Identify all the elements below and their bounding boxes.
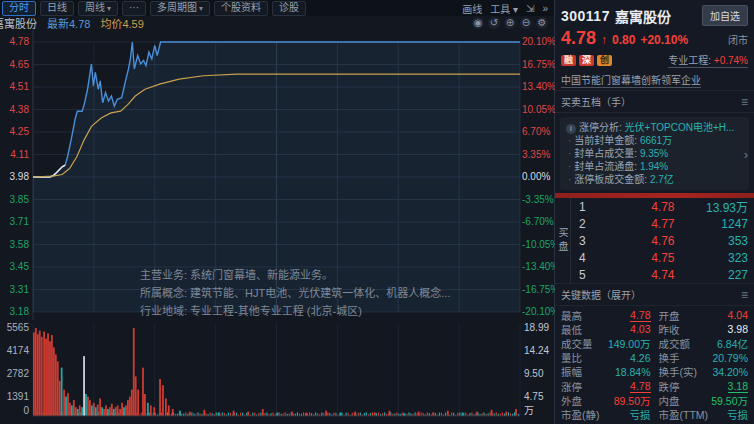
company-tagline[interactable]: 中国节能门窗幕墙创新领军企业 [555, 71, 754, 91]
buy-side-label: 买盘 [555, 198, 571, 283]
stock-name: 嘉寓股份 [615, 6, 671, 26]
percent-axis-label: 3.35% [522, 150, 555, 160]
price-axis-label: 4.51 [0, 82, 29, 92]
price-axis-label: 4.11 [0, 150, 29, 160]
tools-button[interactable]: 工具 ▾ [490, 1, 518, 16]
volume-amount-axis-label: 18.99 [524, 323, 554, 333]
up-arrow-icon: ↑ [601, 33, 607, 47]
period-tabs: 分时日线周线▾···多周期图▾个股资料诊股 [2, 1, 306, 16]
price-axis-label: 4.78 [0, 37, 29, 47]
key-data-外盘: 外盘89.50万 [561, 393, 651, 408]
legend-average-price: 均价4.59 [100, 15, 143, 31]
draw-line-button[interactable]: 画线 [462, 1, 482, 16]
tab-个股资料[interactable]: 个股资料 [214, 1, 268, 16]
percent-axis-label: 13.40% [522, 82, 555, 92]
volume-chart[interactable] [33, 324, 520, 418]
shenzhen-badge: 深 [579, 55, 594, 66]
price-change: 0.80 [612, 33, 635, 47]
collapse-panel-icon[interactable]: » [542, 3, 548, 14]
key-data-量比: 量比4.26 [561, 350, 651, 365]
main-business-line: 主营业务: 系统门窗幕墙、新能源业务。 [140, 266, 450, 284]
price-change-percent: +20.10% [640, 33, 688, 47]
order-book-row[interactable]: 24.771247 [571, 215, 754, 232]
stock-app-window: 分时日线周线▾···多周期图▾个股资料诊股 画线工具 ▾⇲» 嘉寓股份 最新4.… [0, 0, 754, 424]
percent-axis-label: 10.05% [522, 105, 555, 115]
tab-多周期图[interactable]: 多周期图▾ [150, 1, 210, 16]
order-book-row[interactable]: 54.74227 [571, 266, 754, 283]
price-axis-label: 4.38 [0, 105, 29, 115]
key-data-市盈(静): 市盈(静)亏损 [561, 407, 651, 422]
percent-axis-label: -13.40% [522, 262, 555, 272]
market-status: 闭市 [728, 32, 748, 47]
order-book-row[interactable]: 44.75323 [571, 249, 754, 266]
limit-analysis-row: ·封单占流通盘: 1.94% [566, 160, 737, 173]
tab-···[interactable]: ··· [122, 1, 146, 16]
limit-up-analysis-card[interactable]: i涨停分析: 光伏+TOPCON电池+H... ·当前封单金额: 6661万·封… [560, 117, 749, 190]
price-axis-label: 3.58 [0, 240, 29, 250]
tab-日线[interactable]: 日线 [40, 1, 74, 16]
legend-latest-price: 最新4.78 [47, 15, 90, 31]
chevron-right-icon[interactable]: › [744, 146, 748, 161]
percent-axis-label: 20.10% [522, 37, 555, 47]
chart-quick-icons: ◉↺⊕⊖⚙ [472, 17, 554, 29]
key-data-涨停: 涨停4.78 [561, 379, 651, 394]
key-data-grid: 最高4.78开盘4.04最低4.03昨收3.98成交量149.00万成交额6.8… [555, 306, 754, 424]
key-data-跌停: 跌停3.18 [659, 379, 749, 394]
percent-axis-label: 16.75% [522, 60, 555, 70]
key-data-市盈(TTM): 市盈(TTM)亏损 [659, 407, 749, 422]
limit-analysis-row: ·涨停板成交金额: 2.7亿 [566, 173, 737, 186]
key-data-row: 外盘89.50万内盘59.50万 [561, 393, 748, 407]
key-data-row: 振幅18.84%换手(实)34.20% [561, 365, 748, 379]
order-book-row[interactable]: 34.76353 [571, 232, 754, 249]
volume-axis-label: 1391 [0, 392, 29, 402]
margin-badge: 融 [561, 55, 576, 66]
key-data-header[interactable]: 关键数据（展开） ≡ [555, 284, 754, 306]
volume-axis-label: 5565 [0, 323, 29, 333]
order-book: 买盘 14.7813.93万24.77124734.7635344.753235… [555, 198, 754, 284]
order-book-header[interactable]: 买卖五档（手） ≡ [555, 91, 754, 113]
fullscreen-icon[interactable]: ⇲ [526, 3, 534, 14]
settings-icon[interactable]: ⚙ [536, 17, 548, 29]
key-data-最高: 最高4.78 [561, 308, 651, 323]
stock-summary-annotation: 主营业务: 系统门窗幕墙、新能源业务。 所属概念: 建筑节能、HJT电池、光伏建… [140, 266, 450, 320]
industry-region-line: 行业地域: 专业工程-其他专业工程 (北京-城区) [140, 302, 450, 320]
percent-axis-label: 0.00% [522, 172, 555, 182]
percent-axis-label: 6.70% [522, 127, 555, 137]
undo-icon[interactable]: ↺ [488, 17, 500, 29]
zoom-out-icon[interactable]: ⊖ [520, 17, 532, 29]
limit-analysis-title-row: i涨停分析: 光伏+TOPCON电池+H... [566, 121, 737, 134]
price-axis-label: 3.45 [0, 262, 29, 272]
percent-axis-label: -16.75% [522, 285, 555, 295]
tab-诊股[interactable]: 诊股 [272, 1, 306, 16]
menu-icon[interactable]: ≡ [741, 288, 748, 302]
key-data-振幅: 振幅18.84% [561, 364, 651, 379]
key-data-row: 市盈(静)亏损市盈(TTM)亏损 [561, 407, 748, 421]
volume-amount-axis-label: 9.50 [524, 369, 554, 379]
percent-axis-label: -6.70% [522, 217, 555, 227]
price-axis-label: 3.71 [0, 217, 29, 227]
chart-legend: 嘉寓股份 最新4.78 均价4.59 ◉↺⊕⊖⚙ [0, 16, 554, 29]
key-data-成交额: 成交额6.84亿 [659, 336, 749, 351]
price-axis-label: 3.31 [0, 285, 29, 295]
last-price: 4.78 [561, 28, 596, 49]
key-data-row: 最低4.03昨收3.98 [561, 322, 748, 336]
price-axis-label: 4.65 [0, 60, 29, 70]
screenshot-icon[interactable]: ◉ [472, 17, 484, 29]
percent-axis-label: -3.35% [522, 195, 555, 205]
tab-分时[interactable]: 分时 [2, 1, 36, 16]
add-watchlist-button[interactable]: 加自选 [702, 5, 748, 26]
limit-analysis-row: ·当前封单金额: 6661万 [566, 134, 737, 147]
quote-panel: 300117 嘉寓股份 加自选 4.78 ↑ 0.80 +20.10% 闭市 融… [555, 0, 754, 424]
zoom-in-icon[interactable]: ⊕ [504, 17, 516, 29]
volume-amount-axis-label: 万 [524, 406, 554, 416]
toolbar-right: 画线工具 ▾⇲» [462, 1, 552, 16]
menu-icon[interactable]: ≡ [741, 95, 748, 109]
key-data-换手: 换手20.79% [659, 350, 749, 365]
chinext-badge: 创 [597, 55, 612, 66]
tab-周线[interactable]: 周线▾ [78, 1, 118, 16]
sector-link[interactable]: 专业工程: +0.74% [668, 52, 748, 68]
volume-amount-axis-label: 4.75 [524, 392, 554, 402]
order-book-row[interactable]: 14.7813.93万 [571, 198, 754, 215]
key-data-row: 最高4.78开盘4.04 [561, 308, 748, 322]
percent-axis-label: -10.05% [522, 240, 555, 250]
